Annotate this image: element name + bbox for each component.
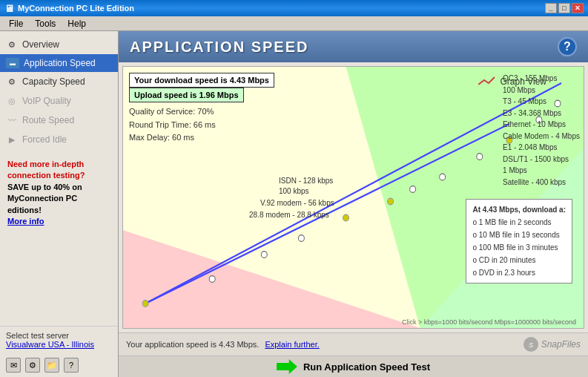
content-title: APPLICATION SPEED [130, 39, 308, 56]
download-info-box: At 4.43 Mbps, download a: o 1 MB file in… [466, 199, 572, 283]
promo-product-line: MyConnection PC [7, 193, 110, 204]
svg-point-13 [440, 174, 446, 180]
speed-e3: E3 - 34.368 Mbps [503, 108, 580, 119]
download-info-item4: o DVD in 2.3 hours [472, 266, 566, 279]
sidebar: ⚙ Overview ▬ Application Speed ⚙ Capacit… [0, 31, 119, 377]
app-title: MyConnection PC Lite Edition [18, 4, 134, 13]
svg-point-8 [261, 252, 267, 258]
download-info-item0: o 1 MB file in 2 seconds [472, 216, 566, 229]
main-layout: ⚙ Overview ▬ Application Speed ⚙ Capacit… [0, 31, 588, 377]
download-info-item3: o CD in 20 minutes [472, 254, 566, 266]
minimize-button[interactable]: _ [545, 3, 557, 13]
content-header: APPLICATION SPEED ? [119, 31, 588, 62]
sidebar-item-overview[interactable]: ⚙ Overview [0, 35, 118, 54]
overview-icon: ⚙ [6, 39, 18, 50]
label-100kbps: 100 kbps [279, 187, 309, 195]
svg-point-7 [209, 276, 215, 283]
explain-further-link[interactable]: Explain further. [265, 340, 319, 349]
restore-button[interactable]: □ [558, 3, 570, 13]
title-bar-controls: _ □ ✕ [545, 3, 584, 13]
speed-cable: Cable Modem - 4 Mbps [503, 131, 580, 142]
menu-tools[interactable]: Tools [29, 17, 62, 30]
server-label: Select test server [6, 331, 112, 340]
forced-idle-icon: ▶ [6, 134, 18, 145]
menu-bar: File Tools Help [0, 16, 588, 31]
title-bar: 🖥 MyConnection PC Lite Edition _ □ ✕ [0, 0, 588, 16]
speed-100mbps: 100 Mbps [503, 85, 580, 96]
download-speed-box: Your download speed is 4.43 Mbps [129, 73, 274, 88]
title-bar-left: 🖥 MyConnection PC Lite Edition [4, 3, 134, 14]
qos-label1: Quality of Service: 70% [129, 105, 216, 119]
sidebar-item-capacity-speed[interactable]: ⚙ Capacity Speed [0, 72, 118, 91]
chart-container: Graph View Your download speed is 4.43 M… [122, 66, 584, 329]
svg-point-6 [142, 301, 148, 307]
graph-view-icon [478, 76, 497, 88]
download-info-item1: o 10 MB file in 19 seconds [472, 229, 566, 241]
email-icon[interactable]: ✉ [6, 358, 21, 373]
content-help-button[interactable]: ? [558, 37, 577, 56]
help-icon[interactable]: ? [64, 358, 79, 373]
voip-icon: ◎ [6, 95, 18, 107]
chart-bottom-note: Click > kbps=1000 bits/second Mbps=10000… [402, 318, 576, 326]
svg-point-10 [343, 214, 348, 221]
download-info-item2: o 100 MB file in 3 minutes [472, 241, 566, 254]
content-footer: Your application speed is 4.43 Mbps. Exp… [119, 332, 588, 355]
app-speed-icon: ▬ [6, 58, 19, 68]
speed-e1: E1 - 2.048 Mbps [503, 142, 580, 154]
label-isdn: ISDN - 128 kbps [279, 177, 333, 185]
more-info-link[interactable]: More info [7, 217, 44, 226]
sidebar-item-route-speed: 〰 Route Speed [0, 111, 118, 130]
run-test-bar: Run Application Speed Test [119, 355, 588, 377]
speed-1mbps: 1 Mbps [503, 165, 580, 177]
svg-point-9 [298, 235, 304, 242]
speed-ethernet: Ethernet - 10 Mbps [503, 119, 580, 131]
promo-line1: Need more in-depth [7, 159, 110, 170]
footer-speed-text: Your application speed is 4.43 Mbps. [126, 340, 259, 349]
speed-t3: T3 - 45 Mbps [503, 96, 580, 108]
route-icon: 〰 [6, 114, 18, 126]
speed-oc3: OC3 - 155 Mbps [503, 73, 580, 85]
sidebar-bottom-icons: ✉ ⚙ 📁 ? [0, 353, 118, 377]
speed-satellite: Satellite - 400 kbps [503, 177, 580, 188]
sidebar-item-forced-idle: ▶ Forced Idle [0, 130, 118, 149]
sidebar-item-application-speed[interactable]: ▬ Application Speed [0, 54, 118, 72]
qos-label3: Max Delay: 60 ms [129, 131, 216, 145]
svg-text:S: S [529, 341, 533, 349]
svg-point-11 [388, 198, 394, 205]
svg-point-14 [477, 154, 483, 160]
content-area: APPLICATION SPEED ? [119, 31, 588, 377]
promo-save-line: SAVE up to 40% on [7, 182, 110, 193]
server-link[interactable]: Visualware USA - Illinois [6, 340, 94, 349]
menu-file[interactable]: File [3, 17, 29, 30]
upload-speed-box: Upload speed is 1.96 Mbps [129, 88, 244, 102]
label-v92: V.92 modem - 56 kbps [260, 199, 334, 207]
qos-info: Quality of Service: 70% Round Trip Time:… [129, 105, 216, 145]
snapfiles-icon: S [523, 336, 539, 353]
settings-icon[interactable]: ⚙ [25, 358, 40, 373]
sidebar-item-voip-quality: ◎ VoIP Quality [0, 91, 118, 111]
svg-point-12 [410, 186, 416, 193]
snapfiles-text: SnapFiles [541, 339, 581, 350]
snapfiles-logo: S SnapFiles [523, 336, 581, 353]
folder-icon[interactable]: 📁 [44, 358, 59, 373]
speed-dslt1: DSL/T1 - 1500 kbps [503, 154, 580, 165]
capacity-icon: ⚙ [6, 76, 18, 88]
download-info-title: At 4.43 Mbps, download a: [472, 203, 566, 216]
label-288: 28.8 modem - 28.8 kbps [249, 211, 329, 219]
sidebar-server: Select test server Visualware USA - Illi… [0, 326, 118, 353]
close-button[interactable]: ✕ [572, 3, 584, 13]
speed-labels-right: OC3 - 155 Mbps 100 Mbps T3 - 45 Mbps E3 … [503, 73, 580, 188]
run-test-arrow-icon [277, 359, 297, 374]
run-test-button[interactable]: Run Application Speed Test [277, 359, 430, 374]
sidebar-promo: Need more in-depth connection testing? S… [0, 153, 118, 233]
promo-line2: connection testing? [7, 170, 110, 181]
menu-help[interactable]: Help [62, 17, 92, 30]
promo-editions-line: editions! [7, 205, 110, 216]
qos-label2: Round Trip Time: 66 ms [129, 119, 216, 132]
